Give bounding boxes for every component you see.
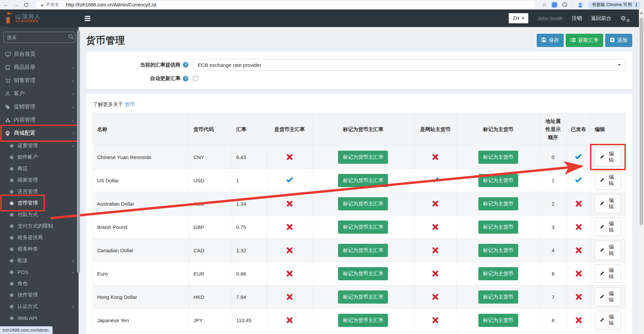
hipc-extension-icon[interactable]	[552, 2, 557, 8]
edit-button[interactable]: 编辑	[595, 287, 621, 306]
sidebar-item[interactable]: 内容管理‹	[0, 113, 79, 127]
scrollbar-up-arrow[interactable]	[640, 12, 643, 14]
edit-button[interactable]: 编辑	[595, 217, 621, 236]
reload-icon[interactable]	[24, 2, 29, 7]
sidebar-item[interactable]: ◉Web API	[0, 312, 79, 324]
sidebar-item[interactable]: ◉挂件管理	[0, 289, 79, 301]
back-to-storefront-link[interactable]: 返回前台	[591, 15, 611, 22]
chrome-update-pill[interactable]: 有新版 Chrome 可用 ⋮	[588, 1, 641, 9]
settings-gears-icon[interactable]: ⚙⚙	[620, 15, 631, 22]
sidebar-item[interactable]: ⚙⚙商城配置‹	[0, 127, 79, 140]
sidebar-item[interactable]: ◉支付方式的限制	[0, 220, 79, 232]
sidebar-item[interactable]: ◉认证方式‹	[0, 301, 79, 312]
sidebar-item[interactable]: 销售管理‹	[0, 74, 79, 87]
mark-as-primary-currency-button[interactable]: 标记为主货币	[478, 244, 518, 257]
edit-cell: 编辑	[590, 215, 625, 239]
help-icon[interactable]: ?	[183, 76, 188, 81]
dot-circle-icon: ◉	[9, 165, 18, 172]
edit-button[interactable]: 编辑	[595, 264, 621, 283]
cross-icon	[575, 270, 582, 277]
mark-as-primary-rate-button[interactable]: 标记为货币主汇率	[338, 314, 388, 327]
sidebar-item[interactable]: ◉税务种类	[0, 243, 79, 255]
sidebar-item[interactable]: 促销管理‹	[0, 100, 79, 113]
sidebar-item[interactable]: ◉配送‹	[0, 255, 79, 266]
sidebar-item[interactable]: ◉商店	[0, 163, 79, 174]
browser-menu-icon[interactable]: ⋮	[634, 2, 639, 7]
mark-as-primary-rate-button[interactable]: 标记为货币主汇率	[338, 151, 388, 164]
sidebar-item[interactable]: ◉邮件帐户	[0, 151, 79, 163]
mark-as-primary-currency-button[interactable]: 标记为主货币	[478, 267, 518, 280]
published-cell	[566, 169, 590, 192]
code-cell: JPY	[189, 309, 232, 332]
sidebar-item[interactable]: ◉国家管理	[0, 174, 79, 186]
sidebar-scrollbar[interactable]	[77, 30, 80, 273]
extensions-puzzle-icon[interactable]	[562, 2, 567, 7]
edit-cell: 编辑	[590, 262, 625, 285]
mark-as-primary-rate-button[interactable]: 标记为货币主汇率	[338, 221, 388, 234]
auto-update-checkbox[interactable]	[193, 76, 198, 81]
help-icon[interactable]: ?	[183, 62, 188, 68]
table-row: Chinese Yuan RenminbiCNY6.43标记为货币主汇率标记为主…	[93, 146, 625, 169]
address-bar[interactable]: ▲ 不安全 http://hzh1688.com.cn/Admin/Curren…	[35, 1, 535, 9]
mark-as-primary-rate-button[interactable]: 标记为货币主汇率	[338, 290, 388, 304]
dot-circle-icon: ◉	[9, 200, 18, 206]
sidebar-toggle-hamburger-icon[interactable]	[85, 16, 90, 21]
currency-docs-link[interactable]: 货币	[124, 101, 135, 107]
mark-as-primary-currency-button[interactable]: 标记为主货币	[478, 174, 518, 187]
edit-button[interactable]: 编辑	[595, 194, 621, 213]
forward-icon[interactable]: →	[13, 2, 19, 7]
exchange-rate-provider-select[interactable]: ECB exchange rate provider	[193, 59, 625, 71]
name-cell: Chinese Yuan Renminbi	[93, 146, 189, 169]
mark-currency-cell: 标记为主货币	[457, 309, 540, 332]
browser-profile-avatar[interactable]	[577, 2, 583, 8]
edit-button[interactable]: 编辑	[595, 311, 621, 330]
sidebar-item[interactable]: 客户‹	[0, 87, 79, 100]
sidebar-item[interactable]: ◉语言管理	[0, 186, 79, 197]
table-row: Hong Kong DollarHKD7.84标记为货币主汇率标记为主货币7编辑	[93, 285, 625, 309]
dot-circle-icon: ◉	[9, 154, 18, 160]
sidebar-search[interactable]	[3, 32, 75, 43]
search-input[interactable]	[7, 35, 68, 40]
sidebar-item[interactable]: ◉角色	[0, 278, 79, 289]
sidebar-item[interactable]: ◉货币管理	[0, 197, 79, 209]
back-icon[interactable]: ←	[3, 2, 9, 7]
logout-link[interactable]: 注销	[572, 15, 582, 22]
fetch-rates-button[interactable]: 获取汇率	[566, 34, 603, 47]
mark-as-primary-rate-button[interactable]: 标记为货币主汇率	[338, 267, 388, 280]
language-select[interactable]: ZH	[509, 13, 528, 23]
mark-currency-cell: 标记为主货币	[457, 262, 540, 285]
site-currency-cell	[414, 192, 457, 215]
sidebar-item[interactable]: 商品目录‹	[0, 61, 79, 74]
sidebar-item[interactable]: 后台首页	[0, 48, 79, 61]
sidebar-item[interactable]: ◉付款方式	[0, 209, 79, 220]
pencil-icon	[600, 201, 604, 207]
edit-button[interactable]: 编辑	[595, 148, 621, 166]
code-cell: USD	[189, 169, 232, 192]
mark-as-primary-currency-button[interactable]: 标记为主货币	[478, 197, 518, 210]
window-scrollbar[interactable]	[639, 9, 644, 334]
scrollbar-thumb[interactable]	[640, 18, 643, 225]
edit-button[interactable]: 编辑	[595, 241, 621, 260]
mark-as-primary-rate-button[interactable]: 标记为货币主汇率	[338, 197, 388, 210]
sidebar-menu: 后台首页商品目录‹销售管理‹客户‹促销管理‹内容管理‹⚙⚙商城配置‹◉设置管理‹…	[0, 48, 79, 324]
mark-as-primary-currency-button[interactable]: 标记为主货币	[478, 290, 518, 304]
edit-button[interactable]: 编辑	[595, 171, 621, 190]
sidebar-item[interactable]: ◉POS‹	[0, 266, 79, 278]
cubes-icon	[5, 118, 14, 123]
bookmark-star-icon[interactable]: ☆	[542, 2, 547, 7]
brand-logo[interactable]: 山顶洞人 VCAVEMAN	[0, 9, 79, 27]
mark-as-primary-rate-button[interactable]: 标记为货币主汇率	[338, 174, 388, 187]
mark-as-primary-currency-button[interactable]: 标记为主货币	[478, 221, 518, 234]
primary-rate-cell	[267, 239, 312, 262]
add-button[interactable]: 添加	[605, 34, 632, 47]
sidebar-item[interactable]: ◉税务提供商	[0, 232, 79, 243]
cross-icon	[432, 200, 439, 207]
code-cell: CNY	[189, 146, 232, 169]
mark-as-primary-rate-button[interactable]: 标记为货币主汇率	[338, 244, 388, 257]
sidebar-item[interactable]: ◉设置管理‹	[0, 140, 79, 151]
save-button[interactable]: 保存	[537, 34, 564, 47]
edit-cell: 编辑	[590, 192, 625, 215]
mark-as-primary-currency-button[interactable]: 标记为主货币	[478, 151, 518, 164]
column-header: 标记为主货币	[457, 113, 540, 146]
mark-as-primary-currency-button[interactable]: 标记为主货币	[478, 314, 518, 327]
